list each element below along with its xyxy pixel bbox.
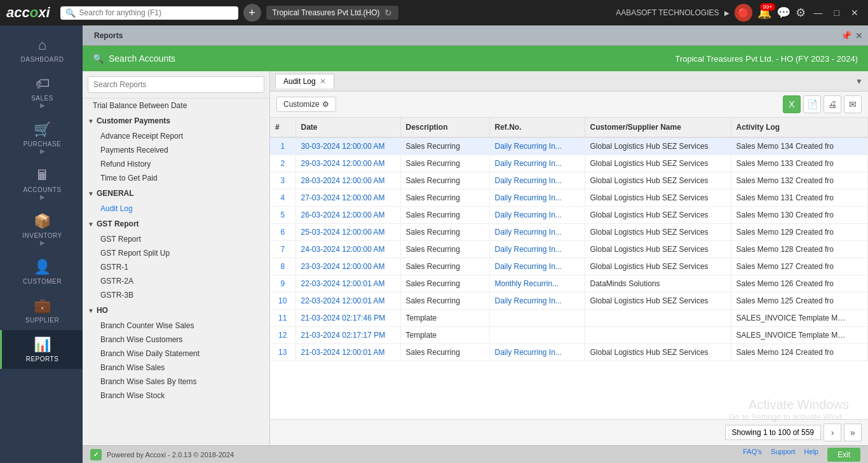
sidebar-item-sales[interactable]: 🏷 SALES ▶ — [0, 69, 83, 115]
global-search-bar[interactable]: 🔍 — [60, 6, 238, 20]
export-pdf-button[interactable]: 📄 — [803, 95, 821, 113]
footer-logo: ✓ — [90, 449, 102, 460]
tree-item-branch-counter-wise[interactable]: Branch Counter Wise Sales — [83, 319, 269, 333]
tree-item-branch-wise-sales[interactable]: Branch Wise Sales — [83, 361, 269, 375]
cell-desc: Sales Recurring — [400, 224, 489, 241]
global-search-input[interactable] — [79, 8, 219, 17]
user-avatar[interactable]: 🔴 — [735, 4, 752, 22]
table-row[interactable]: 7 24-03-2024 12:00:00 AM Sales Recurring… — [270, 241, 868, 258]
pagination-last-button[interactable]: » — [844, 424, 862, 441]
exit-button[interactable]: Exit — [827, 448, 860, 462]
search-accounts-icon: 🔍 — [93, 53, 104, 64]
sidebar-item-accounts[interactable]: 🖩 ACCOUNTS ▶ — [0, 161, 83, 207]
notification-bell[interactable]: 🔔 99+ — [757, 6, 771, 20]
cell-num: 2 — [270, 155, 295, 172]
table-row[interactable]: 12 21-03-2024 02:17:17 PM Template SALES… — [270, 327, 868, 344]
tab-dropdown-icon[interactable]: ▼ — [855, 77, 863, 86]
table-row[interactable]: 5 26-03-2024 12:00:00 AM Sales Recurring… — [270, 207, 868, 224]
settings-icon[interactable]: ⚙ — [796, 6, 806, 20]
table-row[interactable]: 2 29-03-2024 12:00:00 AM Sales Recurring… — [270, 155, 868, 172]
table-row[interactable]: 3 28-03-2024 12:00:00 AM Sales Recurring… — [270, 172, 868, 190]
cell-customer: Global Logistics Hub SEZ Services — [585, 155, 731, 172]
support-link[interactable]: Support — [771, 448, 796, 462]
pagination-bar: Showing 1 to 100 of 559 › » — [270, 419, 868, 445]
table-row[interactable]: 10 22-03-2024 12:00:01 AM Sales Recurrin… — [270, 293, 868, 310]
pagination-next-button[interactable]: › — [824, 424, 841, 441]
minimize-button[interactable]: — — [811, 6, 826, 19]
chevron-down-icon: ▼ — [88, 118, 94, 125]
cell-customer — [585, 327, 731, 344]
search-icon: 🔍 — [65, 8, 76, 18]
tree-item-gstr3b[interactable]: GSTR-3B — [83, 288, 269, 302]
notification-badge: 99+ — [760, 3, 775, 11]
audit-log-tab[interactable]: Audit Log ✕ — [275, 74, 334, 88]
company-selector[interactable]: Tropical Treasures Pvt Ltd.(HO) ↻ — [266, 6, 399, 20]
tree-item-refund-history[interactable]: Refund History — [83, 157, 269, 171]
tree-item-trial-balance[interactable]: Trial Balance Between Date — [83, 99, 269, 113]
audit-log-tab-close[interactable]: ✕ — [320, 77, 326, 86]
customer-icon: 👤 — [34, 259, 51, 275]
cell-num: 6 — [270, 224, 295, 241]
cell-log: Sales Memo 132 Created fro — [731, 172, 868, 190]
tree-item-branch-wise-daily[interactable]: Branch Wise Daily Statement — [83, 347, 269, 361]
sidebar-item-reports[interactable]: 📊 REPORTS — [0, 330, 83, 369]
tree-item-gst-report-split[interactable]: GST Report Split Up — [83, 246, 269, 260]
table-row[interactable]: 4 27-03-2024 12:00:00 AM Sales Recurring… — [270, 190, 868, 207]
reports-icon: 📊 — [34, 336, 51, 353]
sidebar-item-purchase[interactable]: 🛒 PURCHASE ▶ — [0, 115, 83, 161]
tree-item-payments-received[interactable]: Payments Received — [83, 143, 269, 157]
cell-desc: Template — [400, 327, 489, 344]
cell-num: 11 — [270, 310, 295, 327]
export-excel-button[interactable]: X — [783, 95, 801, 113]
tab-close-icon[interactable]: ✕ — [855, 31, 863, 41]
cell-log: Sales Memo 127 Created fro — [731, 258, 868, 275]
reports-search-input[interactable] — [88, 76, 264, 93]
print-button[interactable]: 🖨 — [824, 95, 841, 113]
table-row[interactable]: 6 25-03-2024 12:00:00 AM Sales Recurring… — [270, 224, 868, 241]
help-link[interactable]: Help — [804, 448, 818, 462]
table-row[interactable]: 11 21-03-2024 02:17:46 PM Template SALES… — [270, 310, 868, 327]
table-row[interactable]: 8 23-03-2024 12:00:00 AM Sales Recurring… — [270, 258, 868, 275]
tree-section-ho[interactable]: ▼ HO — [83, 302, 269, 319]
sidebar-item-dashboard[interactable]: ⌂ DASHBOARD — [0, 31, 83, 69]
tab-pin-icon[interactable]: 📌 — [841, 31, 851, 41]
tree-item-branch-wise-customers[interactable]: Branch Wise Customers — [83, 333, 269, 347]
cell-date: 21-03-2024 02:17:46 PM — [295, 310, 400, 327]
tree-item-time-to-get-paid[interactable]: Time to Get Paid — [83, 171, 269, 185]
tree-item-branch-wise-stock[interactable]: Branch Wise Stock — [83, 389, 269, 403]
cell-num: 13 — [270, 344, 295, 361]
tree-section-general[interactable]: ▼ GENERAL — [83, 185, 269, 202]
customize-button[interactable]: Customize ⚙ — [276, 97, 336, 112]
fy-info: Tropical Treasures Pvt Ltd. - HO (FY 202… — [675, 54, 858, 64]
faq-link[interactable]: FAQ's — [743, 448, 762, 462]
topbar-right: AABASOFT TECHNOLOGIES ▶ 🔴 🔔 99+ 💬 ⚙ — □ … — [616, 4, 862, 22]
maximize-button[interactable]: □ — [831, 6, 843, 19]
tree-section-gst-report[interactable]: ▼ GST Report — [83, 216, 269, 232]
tree-item-gstr2a[interactable]: GSTR-2A — [83, 274, 269, 288]
add-button[interactable]: + — [243, 4, 261, 22]
cell-date: 25-03-2024 12:00:00 AM — [295, 224, 400, 241]
tree-item-audit-log[interactable]: Audit Log — [83, 202, 269, 216]
tree-item-branch-wise-sales-items[interactable]: Branch Wise Sales By Items — [83, 375, 269, 389]
refresh-icon[interactable]: ↻ — [384, 8, 392, 18]
cell-customer: DataMinds Solutions — [585, 275, 731, 293]
chevron-down-icon-gst: ▼ — [88, 221, 94, 228]
sidebar-item-supplier[interactable]: 💼 SUPPLIER — [0, 291, 83, 330]
tree-section-customer-payments[interactable]: ▼ Customer Payments — [83, 113, 269, 129]
tree-item-gst-report[interactable]: GST Report — [83, 232, 269, 246]
sidebar-label-purchase: PURCHASE — [24, 141, 62, 148]
table-row[interactable]: 1 30-03-2024 12:00:00 AM Sales Recurring… — [270, 137, 868, 155]
tree-item-gstr1[interactable]: GSTR-1 — [83, 260, 269, 274]
table-row[interactable]: 9 22-03-2024 12:00:01 AM Sales Recurring… — [270, 275, 868, 293]
chat-icon[interactable]: 💬 — [776, 6, 790, 20]
pdf-icon: 📄 — [807, 99, 818, 109]
sidebar-item-customer[interactable]: 👤 CUSTOMER — [0, 252, 83, 291]
company-right-label: AABASOFT TECHNOLOGIES — [616, 8, 719, 17]
cell-desc: Sales Recurring — [400, 137, 489, 155]
sidebar-item-inventory[interactable]: 📦 INVENTORY ▶ — [0, 207, 83, 252]
table-row[interactable]: 13 21-03-2024 12:00:01 AM Sales Recurrin… — [270, 344, 868, 361]
cell-desc: Sales Recurring — [400, 258, 489, 275]
email-button[interactable]: ✉ — [844, 95, 862, 113]
close-button[interactable]: ✕ — [848, 6, 862, 19]
tree-item-advance-receipt[interactable]: Advance Receipt Report — [83, 129, 269, 143]
